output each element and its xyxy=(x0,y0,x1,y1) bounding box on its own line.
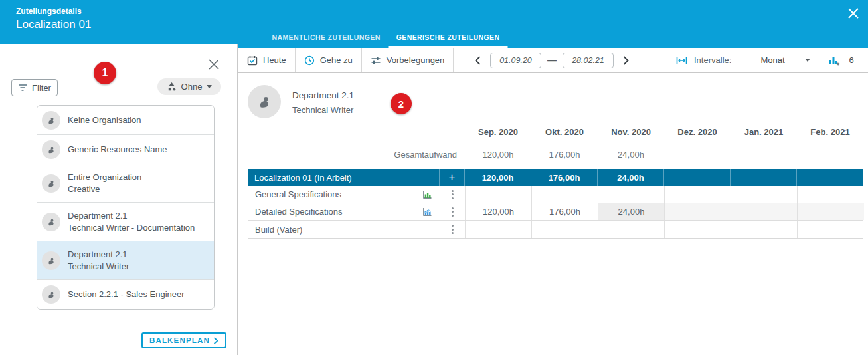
filter-icon xyxy=(18,84,27,92)
organisation-filter-value: Ohne xyxy=(181,82,203,92)
kebab-menu-icon[interactable] xyxy=(452,207,454,217)
table-row-build-vater: Build (Vater) xyxy=(248,221,863,238)
calendar-check-icon xyxy=(247,55,258,66)
total-effort-value: 24,00h xyxy=(598,150,664,160)
annotation-badge-1: 1 xyxy=(94,62,116,84)
month-header: Dez. 2020 xyxy=(664,127,731,137)
chevron-left-icon[interactable] xyxy=(472,55,484,66)
allocation-cell[interactable] xyxy=(665,203,731,220)
month-header: Okt. 2020 xyxy=(531,127,598,137)
task-name-cell: Detailed Specifications xyxy=(248,203,440,220)
row-menu-cell xyxy=(440,186,466,203)
project-month-value xyxy=(664,169,731,186)
task-name: Detailed Specifications xyxy=(255,207,343,217)
list-item-keine-organisation[interactable]: Keine Organisation xyxy=(37,106,214,135)
toolbar-left-buttons: Heute Gehe zu Vorbelegungen xyxy=(238,48,454,72)
allocation-cell[interactable] xyxy=(665,186,731,203)
bar-count-value[interactable]: 6 xyxy=(849,55,854,65)
chevron-down-icon[interactable] xyxy=(805,59,810,62)
goto-button[interactable]: Gehe zu xyxy=(296,48,362,72)
toolbar-separator xyxy=(820,48,820,72)
allocation-cell[interactable]: 120,00h xyxy=(466,203,532,220)
allocation-cell[interactable] xyxy=(665,221,731,238)
bar-chart-blue-icon[interactable] xyxy=(422,207,433,217)
tab-namentliche-zuteilungen[interactable]: NAMENTLICHE ZUTEILUNGEN xyxy=(264,28,388,48)
tab-label: NAMENTLICHE ZUTEILUNGEN xyxy=(272,33,380,41)
presets-label: Vorbelegungen xyxy=(387,55,444,65)
list-item-department21-documentation[interactable]: Department 2.1 Technical Writer - Docume… xyxy=(37,203,214,241)
chevron-down-icon xyxy=(207,85,212,88)
today-button[interactable]: Heute xyxy=(238,48,296,72)
timeline-toolbar: Heute Gehe zu Vorbelegungen xyxy=(238,48,868,73)
allocation-cell[interactable] xyxy=(598,186,665,203)
list-item-subtitle: Technical Writer xyxy=(68,262,129,271)
table-row-general-specifications: General Specifications xyxy=(248,186,863,203)
list-item-department21-technical-writer[interactable]: Department 2.1 Technical Writer xyxy=(37,241,214,280)
month-header: Nov. 2020 xyxy=(598,127,664,137)
task-name: Build (Vater) xyxy=(255,225,302,235)
organisation-list: Keine Organisation Generic Resources Nam… xyxy=(37,105,215,310)
balkenplan-button[interactable]: BALKENPLAN xyxy=(141,332,226,348)
list-item-text: Generic Resources Name xyxy=(68,145,167,154)
bar-chart-green-icon[interactable] xyxy=(422,189,433,200)
interval-value[interactable]: Monat xyxy=(760,55,784,65)
window-subtitle: Zuteilungsdetails xyxy=(16,7,82,16)
interval-controls: Intervalle: Monat # 6 xyxy=(665,48,868,72)
allocation-details-window: Zuteilungsdetails Localization 01 NAMENT… xyxy=(0,0,868,355)
allocation-cell[interactable] xyxy=(466,221,532,238)
list-item-text: Keine Organisation xyxy=(68,116,141,125)
presets-button[interactable]: Vorbelegungen xyxy=(362,48,454,72)
chevron-right-icon[interactable] xyxy=(620,55,632,66)
month-header: Jan. 2021 xyxy=(731,127,797,137)
date-from-input[interactable] xyxy=(490,53,541,68)
list-item-section221-sales-engineer[interactable]: Section 2.2.1 - Sales Engineer xyxy=(37,280,214,309)
project-month-value xyxy=(797,169,863,186)
project-title: Localization 01 (In Arbeit) xyxy=(248,169,440,186)
total-effort-label: Gesamtaufwand xyxy=(248,150,465,160)
list-item-title: Department 2.1 xyxy=(68,211,195,221)
kebab-menu-icon[interactable] xyxy=(452,190,454,199)
today-label: Heute xyxy=(263,55,286,65)
allocation-cell[interactable] xyxy=(598,221,665,238)
sliders-icon xyxy=(371,55,381,66)
date-range-controls: — xyxy=(472,48,632,72)
project-header-row: Localization 01 (In Arbeit) + 120,00h 17… xyxy=(248,169,863,186)
task-rows: General Specifications xyxy=(248,186,863,239)
close-icon[interactable] xyxy=(845,5,861,21)
list-item-entire-organization[interactable]: Entire Organization Creative xyxy=(37,164,214,203)
avatar xyxy=(42,111,60,130)
badge-number: 1 xyxy=(102,67,108,79)
tab-bar: NAMENTLICHE ZUTEILUNGEN GENERISCHE ZUTEI… xyxy=(264,28,507,48)
allocation-cell[interactable] xyxy=(798,203,864,220)
interval-label: Intervalle: xyxy=(694,55,731,65)
allocation-cell[interactable]: 24,00h xyxy=(598,203,665,220)
organisation-filter-dropdown[interactable]: Ohne xyxy=(157,78,221,95)
add-task-button[interactable]: + xyxy=(440,169,465,186)
list-item-text: Department 2.1 Technical Writer xyxy=(68,250,129,271)
sidebar-close-icon[interactable] xyxy=(207,57,221,72)
allocation-cell[interactable] xyxy=(532,186,598,203)
filter-button[interactable]: Filter xyxy=(11,79,58,96)
allocation-cell[interactable] xyxy=(731,221,798,238)
project-month-value xyxy=(731,169,797,186)
allocation-cell[interactable] xyxy=(731,186,798,203)
goto-label: Gehe zu xyxy=(320,55,353,65)
allocation-cell[interactable]: 176,00h xyxy=(532,203,598,220)
allocation-cell[interactable] xyxy=(731,203,798,220)
project-month-value: 24,00h xyxy=(598,169,664,186)
list-item-generic-resources[interactable]: Generic Resources Name xyxy=(37,135,214,164)
allocation-cell[interactable] xyxy=(798,221,864,238)
allocation-cell[interactable] xyxy=(466,186,532,203)
filter-label: Filter xyxy=(32,83,51,93)
list-item-title: Section 2.2.1 - Sales Engineer xyxy=(68,290,185,299)
kebab-menu-icon[interactable] xyxy=(452,225,454,234)
allocation-cell[interactable] xyxy=(798,186,864,203)
tab-label: GENERISCHE ZUTEILUNGEN xyxy=(396,33,500,41)
allocation-cell[interactable] xyxy=(532,221,598,238)
avatar xyxy=(42,251,60,270)
resource-name: Department 2.1 xyxy=(292,90,354,100)
total-effort-value xyxy=(731,150,797,160)
task-name-cell: Build (Vater) xyxy=(248,221,440,238)
tab-generische-zuteilungen[interactable]: GENERISCHE ZUTEILUNGEN xyxy=(389,28,508,48)
date-to-input[interactable] xyxy=(563,53,614,68)
